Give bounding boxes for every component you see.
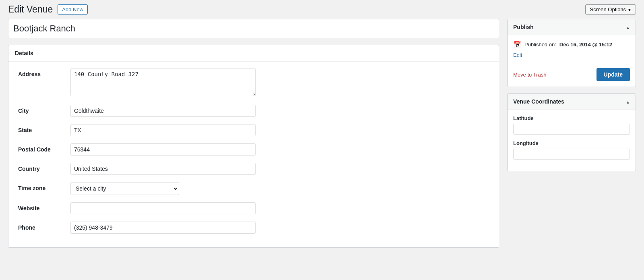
- coordinates-panel: Venue Coordinates Latitude Longitude: [507, 93, 636, 171]
- coordinates-panel-title: Venue Coordinates: [513, 98, 564, 105]
- publish-actions: Move to Trash Update: [513, 64, 630, 81]
- screen-options-label: Screen Options: [590, 6, 626, 12]
- update-button[interactable]: Update: [597, 68, 630, 81]
- longitude-input[interactable]: [513, 149, 630, 160]
- website-row: Website: [18, 202, 489, 214]
- state-label: State: [18, 124, 70, 133]
- state-input[interactable]: [70, 124, 256, 136]
- add-new-button[interactable]: Add New: [58, 4, 88, 15]
- address-input[interactable]: 140 County Road 327: [70, 68, 256, 96]
- timezone-row: Time zone Select a city: [18, 182, 489, 195]
- website-input[interactable]: [70, 202, 256, 214]
- venue-title-input[interactable]: [8, 19, 499, 38]
- timezone-label: Time zone: [18, 182, 70, 191]
- country-control: [70, 163, 489, 175]
- postal-code-input[interactable]: [70, 143, 256, 156]
- calendar-icon: 📅: [513, 41, 521, 48]
- details-panel: Details Address 140 County Road 327 City…: [8, 45, 499, 248]
- published-on-label: Published on:: [524, 41, 556, 48]
- city-label: City: [18, 105, 70, 114]
- chevron-down-icon: [627, 6, 632, 12]
- page-title: Edit Venue: [8, 4, 53, 15]
- address-row: Address 140 County Road 327: [18, 68, 489, 97]
- publish-collapse-button[interactable]: [626, 23, 630, 31]
- postal-code-row: Postal Code: [18, 143, 489, 156]
- postal-code-label: Postal Code: [18, 143, 70, 153]
- move-to-trash-link[interactable]: Move to Trash: [513, 72, 546, 78]
- country-row: Country: [18, 163, 489, 175]
- website-control: [70, 202, 489, 214]
- city-row: City: [18, 105, 489, 117]
- chevron-up-icon: [626, 23, 630, 30]
- latitude-label: Latitude: [513, 115, 630, 121]
- publish-panel: Publish 📅 Published on: Dec 16, 2014 @ 1…: [507, 19, 636, 87]
- publish-info: 📅 Published on: Dec 16, 2014 @ 15:12: [513, 41, 630, 48]
- chevron-up-icon-coords: [626, 98, 630, 105]
- city-control: [70, 105, 489, 117]
- phone-input[interactable]: [70, 222, 256, 234]
- publish-panel-title: Publish: [513, 24, 534, 30]
- postal-code-control: [70, 143, 489, 156]
- coordinates-panel-body: Latitude Longitude: [508, 110, 636, 171]
- state-control: [70, 124, 489, 136]
- timezone-control: Select a city: [70, 182, 489, 195]
- coordinates-panel-header: Venue Coordinates: [508, 94, 636, 110]
- timezone-select[interactable]: Select a city: [70, 182, 179, 195]
- address-control: 140 County Road 327: [70, 68, 489, 97]
- country-label: Country: [18, 163, 70, 172]
- phone-label: Phone: [18, 222, 70, 231]
- longitude-label: Longitude: [513, 140, 630, 146]
- state-row: State: [18, 124, 489, 136]
- phone-control: [70, 222, 489, 234]
- publish-panel-body: 📅 Published on: Dec 16, 2014 @ 15:12 Edi…: [508, 35, 636, 87]
- address-label: Address: [18, 68, 70, 77]
- publish-panel-header: Publish: [508, 19, 636, 35]
- edit-publish-link[interactable]: Edit: [513, 52, 522, 58]
- screen-options-button[interactable]: Screen Options: [585, 4, 636, 15]
- website-label: Website: [18, 202, 70, 212]
- coordinates-collapse-button[interactable]: [626, 98, 630, 105]
- country-input[interactable]: [70, 163, 256, 175]
- city-input[interactable]: [70, 105, 256, 117]
- phone-row: Phone: [18, 222, 489, 234]
- latitude-input[interactable]: [513, 124, 630, 135]
- details-header: Details: [8, 45, 499, 62]
- published-date: Dec 16, 2014 @ 15:12: [559, 41, 612, 48]
